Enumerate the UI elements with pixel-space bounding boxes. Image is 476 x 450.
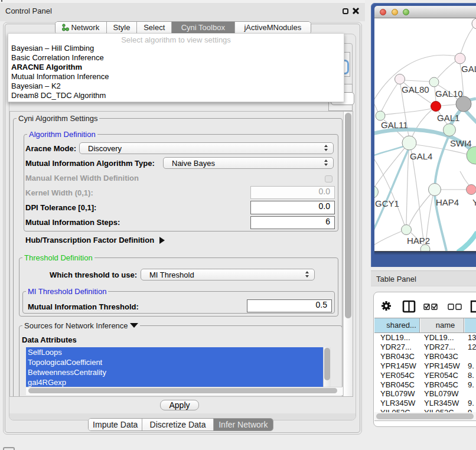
svg-text:GAL11: GAL11: [381, 120, 408, 130]
svg-text:Y: Y: [472, 197, 476, 207]
svg-text:GAL80: GAL80: [402, 84, 429, 94]
svg-text:SWI4: SWI4: [450, 138, 472, 148]
svg-text:GAL1: GAL1: [437, 113, 459, 123]
svg-text:GAL10: GAL10: [435, 89, 463, 99]
svg-text:GAL2: GAL2: [461, 64, 476, 74]
svg-text:HAP2: HAP2: [407, 236, 430, 246]
svg-text:HAP4: HAP4: [436, 197, 459, 207]
svg-text:GCY1: GCY1: [375, 198, 399, 208]
svg-text:GAL4: GAL4: [410, 151, 432, 161]
